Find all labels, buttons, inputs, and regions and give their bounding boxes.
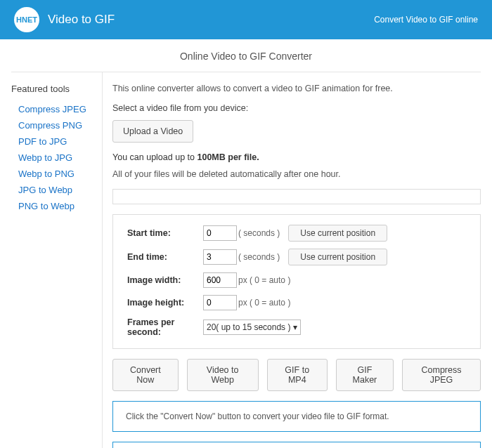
image-width-unit: px ( 0 = auto ) [238, 275, 290, 285]
select-file-label: Select a video file from you device: [112, 103, 481, 113]
end-time-label: End time: [127, 252, 203, 262]
image-width-label: Image width: [127, 275, 203, 285]
main-content: This online converter allows to convert … [103, 72, 481, 448]
start-time-input[interactable] [203, 225, 237, 241]
header-left: HNET Video to GIF [14, 7, 115, 32]
video-to-webp-button[interactable]: Video to Webp [187, 359, 259, 391]
start-time-label: Start time: [127, 228, 203, 238]
compress-jpeg-button[interactable]: Compress JPEG [402, 359, 481, 391]
sidebar-link[interactable]: PNG to Webp [18, 201, 75, 211]
hint-box: Click the "Convert Now" button to conver… [112, 401, 481, 432]
sidebar-link[interactable]: JPG to Webp [18, 185, 72, 195]
image-height-unit: px ( 0 = auto ) [238, 298, 290, 308]
sidebar-link[interactable]: Webp to JPG [18, 152, 72, 163]
upload-limit: You can upload up to 100MB per file. [112, 152, 481, 162]
sidebar: Featured tools Compress JPEG Compress PN… [11, 72, 103, 448]
sidebar-link[interactable]: PDF to JPG [18, 136, 67, 147]
sidebar-item-webp-to-jpg: Webp to JPG [11, 150, 102, 166]
intro-text: This online converter allows to convert … [112, 84, 481, 93]
row-image-height: Image height: px ( 0 = auto ) [127, 295, 466, 310]
limit-prefix: You can upload up to [112, 152, 197, 162]
sidebar-item-compress-jpeg: Compress JPEG [11, 101, 102, 117]
settings-box: Start time: ( seconds ) Use current posi… [112, 214, 481, 349]
start-current-position-button[interactable]: Use current position [288, 225, 387, 242]
references-box: References This online app allows to con… [112, 442, 481, 448]
action-row: Convert Now Video to Webp GIF to MP4 GIF… [112, 359, 481, 391]
page-title: Online Video to GIF Converter [11, 39, 481, 72]
sidebar-link[interactable]: Compress JPEG [18, 104, 86, 114]
upload-video-button[interactable]: Upload a Video [112, 120, 193, 143]
delete-note: All of your files will be deleted automa… [112, 169, 481, 179]
sidebar-list: Compress JPEG Compress PNG PDF to JPG We… [11, 101, 102, 214]
logo-text: HNET [16, 15, 37, 24]
convert-now-button[interactable]: Convert Now [112, 359, 179, 391]
hint-text: Click the "Convert Now" button to conver… [126, 411, 389, 421]
preview-box [112, 189, 481, 204]
image-height-input[interactable] [203, 295, 237, 310]
end-time-input[interactable] [203, 249, 237, 265]
image-height-label: Image height: [127, 298, 203, 308]
image-width-input[interactable] [203, 272, 237, 288]
end-current-position-button[interactable]: Use current position [288, 249, 387, 265]
sidebar-heading: Featured tools [11, 84, 102, 94]
convert-video-gif-link[interactable]: Convert Video to GIF online [374, 15, 478, 25]
start-time-unit: ( seconds ) [238, 228, 280, 238]
app-title: Video to GIF [48, 13, 115, 27]
sidebar-item-pdf-to-jpg: PDF to JPG [11, 133, 102, 150]
fps-select[interactable]: 20( up to 15 seconds ) ▾ [203, 319, 301, 335]
row-start-time: Start time: ( seconds ) Use current posi… [127, 225, 466, 242]
row-end-time: End time: ( seconds ) Use current positi… [127, 249, 466, 265]
sidebar-link[interactable]: Webp to PNG [18, 169, 75, 179]
logo-icon[interactable]: HNET [14, 7, 39, 32]
fps-selected: 20( up to 15 seconds ) ▾ [207, 322, 297, 332]
gif-maker-button[interactable]: GIF Maker [336, 359, 394, 391]
row-image-width: Image width: px ( 0 = auto ) [127, 272, 466, 288]
body: Featured tools Compress JPEG Compress PN… [0, 72, 492, 448]
end-time-unit: ( seconds ) [238, 252, 280, 262]
sidebar-item-compress-png: Compress PNG [11, 117, 102, 133]
row-fps: Frames per second: 20( up to 15 seconds … [127, 317, 466, 337]
sidebar-link[interactable]: Compress PNG [18, 120, 82, 131]
gif-to-mp4-button[interactable]: GIF to MP4 [267, 359, 328, 391]
header: HNET Video to GIF Convert Video to GIF o… [0, 0, 492, 39]
sidebar-item-webp-to-png: Webp to PNG [11, 166, 102, 182]
sidebar-item-png-to-webp: PNG to Webp [11, 198, 102, 214]
limit-bold: 100MB per file. [197, 152, 259, 162]
fps-label: Frames per second: [127, 317, 203, 337]
sidebar-item-jpg-to-webp: JPG to Webp [11, 182, 102, 198]
